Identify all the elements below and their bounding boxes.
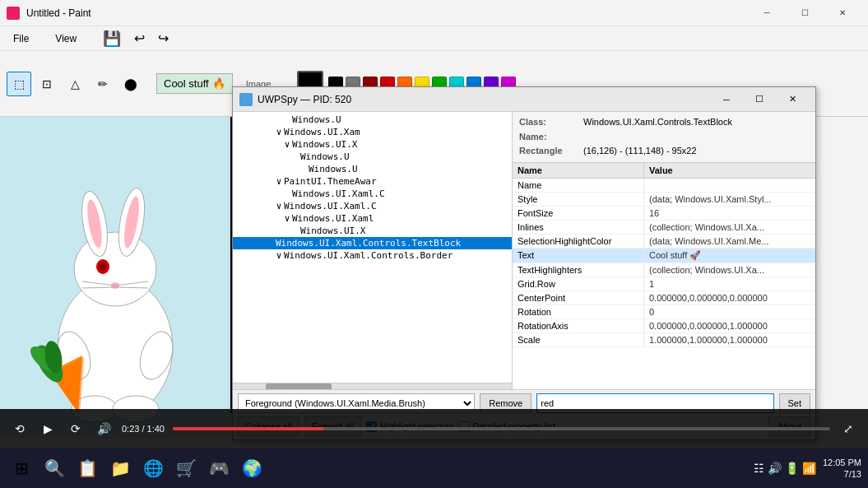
tree-item[interactable]: ∨ Windows.UI.Xaml.C [233, 200, 512, 212]
prop-name: FontSize [513, 207, 644, 220]
cool-stuff-button[interactable]: Cool stuff 🔥 [156, 73, 233, 94]
tree-item[interactable]: ∨ Windows.UI.Xaml [233, 212, 512, 225]
prop-value: 16 [644, 207, 815, 220]
class-row: Class: Windows.UI.Xaml.Controls.TextBloc… [519, 115, 809, 130]
prop-name: Scale [513, 333, 644, 346]
properties-rows: Name Style (data; Windows.UI.Xaml.Styl..… [513, 179, 815, 347]
prop-value: 0 [644, 305, 815, 318]
paint-titlebar: Untitled - Paint ─ ☐ ✕ [0, 0, 868, 26]
property-row[interactable]: Name [513, 179, 815, 193]
tree-item[interactable]: ∨ Windows.UI.Xam [233, 126, 512, 138]
brush-tool[interactable]: ✏ [91, 72, 115, 96]
expand-button[interactable]: ⤢ [838, 419, 858, 439]
property-row[interactable]: Rotation 0 [513, 305, 815, 319]
paint-canvas[interactable] [0, 117, 230, 438]
property-row[interactable]: RotationAxis 0.000000,0.000000,1.000000 [513, 319, 815, 333]
tree-item[interactable]: Windows.UI.X [233, 225, 512, 237]
prop-value: (collection; Windows.UI.Xa... [644, 221, 815, 234]
volume-button[interactable]: 🔊 [94, 419, 114, 439]
prop-name: TextHighlighters [513, 263, 644, 277]
class-value: Windows.UI.Xaml.Controls.TextBlock [583, 115, 732, 130]
rect-value: (16,126) - (111,148) - 95x22 [583, 144, 697, 159]
expand-icon: ⤢ [843, 422, 853, 435]
properties-header: Class: Windows.UI.Xaml.Controls.TextBloc… [513, 112, 815, 163]
property-row[interactable]: CenterPoint 0.000000,0.000000,0.000000 [513, 291, 815, 305]
resize-tool[interactable]: △ [63, 72, 87, 96]
network-icon[interactable]: 📶 [802, 462, 816, 475]
close-button[interactable]: ✕ [824, 0, 861, 26]
maximize-button[interactable]: ☐ [786, 0, 824, 26]
paint-window-controls: ─ ☐ ✕ [748, 0, 861, 26]
battery-icon[interactable]: 🔋 [785, 462, 799, 475]
system-tray-icons: ☷ 🔊 🔋 📶 [754, 462, 816, 475]
uwpspy-maximize[interactable]: ☐ [743, 88, 776, 111]
file-menu[interactable]: File [7, 30, 35, 48]
volume-icon: 🔊 [97, 422, 111, 435]
prop-value: (data; Windows.UI.Xaml.Me... [644, 235, 815, 248]
tree-item[interactable]: Windows.U [233, 151, 512, 163]
tree-scrollbar-thumb[interactable] [266, 383, 332, 389]
crop-tool[interactable]: ⊡ [35, 72, 59, 96]
property-row[interactable]: TextHighlighters (collection; Windows.UI… [513, 263, 815, 277]
property-row[interactable]: Style (data; Windows.UI.Xaml.Styl... [513, 193, 815, 207]
rect-row: Rectangle (16,126) - (111,148) - 95x22 [519, 144, 809, 159]
prop-name: RotationAxis [513, 319, 644, 332]
game-button[interactable]: 🎮 [204, 453, 234, 483]
property-row[interactable]: Text Cool stuff 🚀 [513, 249, 815, 263]
store-button[interactable]: 🛒 [171, 453, 201, 483]
rewind-icon: ⟲ [15, 422, 25, 435]
progress-bar[interactable] [173, 427, 830, 430]
uwpspy-minimize[interactable]: ─ [710, 88, 743, 111]
undo-icon[interactable]: ↩ [134, 30, 145, 46]
app-icon-7[interactable]: 🌍 [237, 453, 267, 483]
tree-item-selected[interactable]: Windows.UI.Xaml.Controls.TextBlock [233, 237, 512, 249]
prop-value: 1 [644, 277, 815, 290]
tree-pane: Windows.U ∨ Windows.UI.Xam ∨ Windows.UI.… [233, 112, 513, 389]
property-row[interactable]: Grid.Row 1 [513, 277, 815, 291]
cool-stuff-emoji: 🔥 [212, 77, 225, 90]
tree-item[interactable]: ∨ Windows.UI.Xaml.Controls.Border [233, 249, 512, 262]
redo-icon[interactable]: ↪ [158, 30, 169, 46]
prop-name: Inlines [513, 221, 644, 234]
clock-time: 12:05 PM [823, 457, 861, 468]
property-row[interactable]: FontSize 16 [513, 207, 815, 221]
fill-tool[interactable]: ⬤ [118, 72, 143, 96]
tree-item[interactable]: Windows.U [233, 114, 512, 126]
property-row[interactable]: Inlines (collection; Windows.UI.Xa... [513, 221, 815, 235]
prop-name: Grid.Row [513, 277, 644, 290]
save-icon[interactable]: 💾 [103, 30, 121, 48]
forward-button[interactable]: ⟳ [66, 419, 86, 439]
clock-date: 7/13 [823, 468, 861, 480]
tray-icon-1[interactable]: ☷ [754, 462, 764, 475]
prop-name: Style [513, 193, 644, 206]
tree-item[interactable]: ∨ Windows.UI.X [233, 138, 512, 151]
property-row[interactable]: Scale 1.000000,1.000000,1.000000 [513, 333, 815, 347]
tree-item[interactable]: Windows.UI.Xaml.C [233, 188, 512, 200]
prop-value: (data; Windows.UI.Xaml.Styl... [644, 193, 815, 206]
uwpspy-win-controls: ─ ☐ ✕ [710, 88, 809, 111]
play-icon: ▶ [44, 422, 53, 435]
tree-item[interactable]: ∨ PaintUI.ThemeAwar [233, 175, 512, 188]
play-pause-button[interactable]: ▶ [38, 419, 58, 439]
uwpspy-app-icon [239, 93, 253, 106]
volume-tray-icon[interactable]: 🔊 [768, 462, 782, 475]
tree-scrollbar[interactable] [233, 383, 512, 389]
minimize-button[interactable]: ─ [748, 0, 786, 26]
property-row[interactable]: SelectionHighlightColor (data; Windows.U… [513, 235, 815, 249]
taskbar-right: ☷ 🔊 🔋 📶 12:05 PM 7/13 [754, 457, 861, 481]
view-menu[interactable]: View [49, 30, 83, 48]
start-button[interactable]: ⊞ [7, 453, 36, 483]
col-value-header: Value [644, 163, 815, 178]
taskbar-clock[interactable]: 12:05 PM 7/13 [823, 457, 861, 481]
select-tool[interactable]: ⬚ [7, 72, 31, 96]
uwpspy-close[interactable]: ✕ [776, 88, 809, 111]
browser-button[interactable]: 🌐 [138, 453, 168, 483]
rewind-button[interactable]: ⟲ [10, 419, 30, 439]
tree-item[interactable]: Windows.U [233, 163, 512, 175]
task-view-button[interactable]: 📋 [72, 453, 102, 483]
uwpspy-window: UWPSpy — PID: 520 ─ ☐ ✕ Windows.U [232, 86, 816, 440]
name-label: Name: [519, 130, 577, 145]
search-button[interactable]: 🔍 [39, 453, 69, 483]
explorer-button[interactable]: 📁 [105, 453, 135, 483]
media-controls-bar: ⟲ ▶ ⟳ 🔊 0:23 / 1:40 ⤢ [0, 409, 868, 448]
